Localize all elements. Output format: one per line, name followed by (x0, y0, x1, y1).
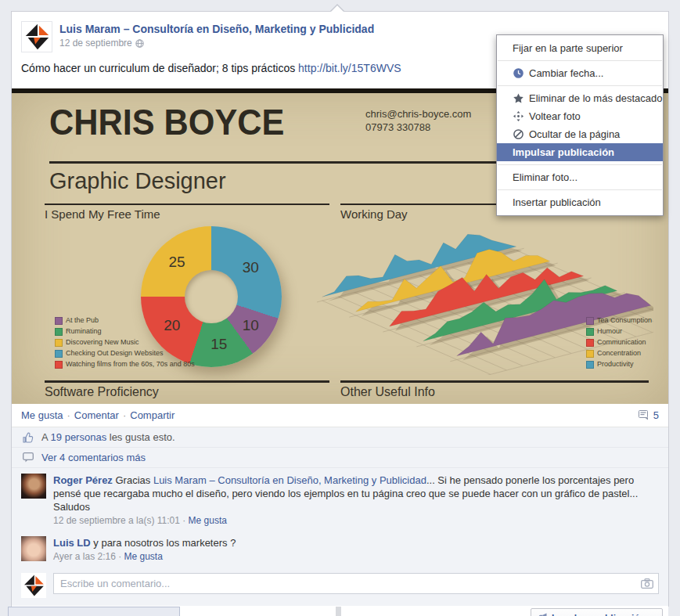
menu-item-hide-from-page[interactable]: Ocultar de la página (497, 125, 663, 143)
mention-link[interactable]: Luis Maram – Consultoría en Diseño, Mark… (153, 474, 426, 486)
menu-item-unhighlight[interactable]: Eliminar de lo más destacado (497, 89, 663, 107)
comment-meta: 12 de septiembre a la(s) 11:01 · Me gust… (53, 515, 659, 526)
comment-button[interactable]: Comentar (74, 409, 119, 421)
donut-value-label: 10 (243, 317, 259, 334)
view-more-row: Ver 4 comentarios más (12, 448, 668, 468)
menu-separator (498, 85, 662, 86)
menu-item-embed-post[interactable]: Insertar publicación (497, 193, 663, 211)
composer-box (53, 573, 659, 598)
camera-icon (641, 578, 653, 589)
legend-swatch (55, 317, 63, 325)
legend-label: Discovering New Music (66, 337, 139, 348)
legend-item: Productivity (586, 359, 652, 369)
comment-text: y para nosotros los marketers ? (93, 537, 236, 549)
page-name-link[interactable]: Luis Maram – Consultoría en Diseño, Mark… (59, 23, 374, 35)
megaphone-icon (538, 613, 548, 616)
post-link[interactable]: http://bit.ly/15T6WVS (298, 62, 401, 74)
star-icon (513, 93, 523, 104)
post-message-text: Cómo hacer un curriculum de diseñador; 8… (21, 62, 298, 74)
speech-bubble-icon (23, 452, 34, 463)
donut-value-label: 15 (210, 336, 227, 353)
menu-item-label: Insertar publicación (513, 196, 601, 209)
legend-item: Humour (586, 326, 652, 337)
page-logo-icon (22, 22, 52, 52)
legend-swatch (586, 350, 594, 358)
menu-item-label: Eliminar de lo más destacado (529, 92, 663, 105)
comment-content: Roger Pérez Gracias Luis Maram – Consult… (53, 474, 659, 526)
cv-section-software: Software Proficiency (45, 380, 329, 399)
icon-cell (21, 452, 35, 463)
legend-item: Tea Consumption (586, 315, 652, 326)
post-views-insight[interactable]: 2221 personas vieron esta publicación (8, 607, 180, 616)
comment-like-link[interactable]: Me gusta (124, 551, 163, 562)
separator: · (67, 409, 70, 421)
menu-item-flip-photo[interactable]: Voltear foto (497, 107, 663, 125)
likes-count-link[interactable]: 19 personas (51, 431, 107, 443)
post-date-link[interactable]: 12 de septiembre (59, 38, 132, 49)
comment-count-value: 5 (653, 409, 659, 421)
cv-section-other: Other Useful Info (340, 380, 649, 399)
comment-author-link[interactable]: Luis LD (53, 537, 91, 549)
comment-timestamp[interactable]: 12 de septiembre a la(s) 11:01 (53, 515, 180, 526)
comment-body: Luis LD y para nosotros los marketers ? (53, 536, 236, 549)
view-more-comments-link[interactable]: Ver 4 comentarios más (41, 452, 146, 463)
menu-separator (498, 60, 662, 61)
menu-item-change-date[interactable]: Cambiar fecha... (497, 64, 663, 82)
legend-label: Productivity (597, 359, 634, 369)
comment-item: Roger Pérez Gracias Luis Maram – Consult… (12, 468, 668, 531)
post-meta: 12 de septiembre (59, 38, 374, 49)
comment-timestamp[interactable]: Ayer a las 2:16 (53, 551, 116, 562)
legend-swatch (586, 328, 594, 336)
legend-swatch (586, 317, 594, 325)
legend-label: Ruminating (66, 326, 102, 337)
share-button[interactable]: Compartir (130, 409, 174, 421)
legend-item: Ruminating (55, 326, 195, 337)
legend-swatch (586, 339, 594, 347)
like-button[interactable]: Me gusta (21, 409, 63, 421)
cv-role: Graphic Designer (49, 168, 226, 194)
likes-text: A 19 personas les gusta esto. (41, 431, 175, 443)
menu-item-label: Impulsar publicación (513, 146, 614, 159)
likes-row: A 19 personas les gusta esto. (12, 427, 668, 448)
menu-item-pin[interactable]: Fijar en la parte superior (497, 39, 663, 57)
boost-post-button[interactable]: Impulsar publicación (531, 608, 663, 616)
legend-label: At the Pub (66, 315, 99, 326)
legend-label: Watching films from the 60s, 70s and 80s (66, 359, 195, 369)
legend-item: Discovering New Music (55, 337, 195, 348)
menu-item-boost-post[interactable]: Impulsar publicación (497, 143, 663, 161)
likes-prefix: A (41, 431, 51, 443)
ban-icon (513, 129, 523, 140)
page-avatar[interactable] (21, 21, 52, 52)
attach-photo-button[interactable] (639, 577, 655, 590)
comment-author-link[interactable]: Roger Pérez (53, 474, 113, 486)
legend-swatch (55, 361, 63, 369)
comment-count[interactable]: 5 (639, 409, 659, 421)
comment-input[interactable] (53, 573, 659, 594)
legend-item: At the Pub (55, 315, 195, 326)
legend-label: Checking Out Design Websites (66, 348, 163, 358)
comment-content: Luis LD y para nosotros los marketers ? … (53, 536, 236, 562)
commenter-avatar[interactable] (21, 474, 46, 499)
legend-label: Humour (597, 326, 622, 337)
menu-item-label: Voltear foto (529, 110, 581, 123)
post-feedback-area: A 19 personas les gusta esto. Ver 4 come… (12, 427, 668, 606)
page-logo-icon (21, 573, 46, 598)
donut-value-label: 30 (243, 259, 259, 276)
comment-composer (12, 567, 668, 606)
commenter-avatar[interactable] (21, 536, 46, 561)
menu-item-delete-photo[interactable]: Eliminar foto... (497, 168, 663, 186)
menu-item-label: Fijar en la parte superior (513, 41, 623, 55)
menu-item-label: Eliminar foto... (513, 171, 577, 184)
composer-avatar[interactable] (21, 573, 46, 598)
comment-text: Gracias (116, 474, 153, 486)
separator: · (123, 409, 126, 421)
comment-like-link[interactable]: Me gusta (189, 515, 227, 526)
legend-item: Concentration (586, 348, 652, 358)
legend-label: Tea Consumption (597, 315, 652, 326)
working-day-legend: Tea Consumption Humour Communication Con… (586, 315, 652, 370)
thumb-up-icon (23, 432, 34, 443)
menu-separator (498, 189, 662, 190)
cv-email: chris@chris-boyce.com (365, 107, 471, 121)
post-notch-fill (331, 5, 344, 12)
cv-contact: chris@chris-boyce.com 07973 330788 (365, 107, 471, 134)
